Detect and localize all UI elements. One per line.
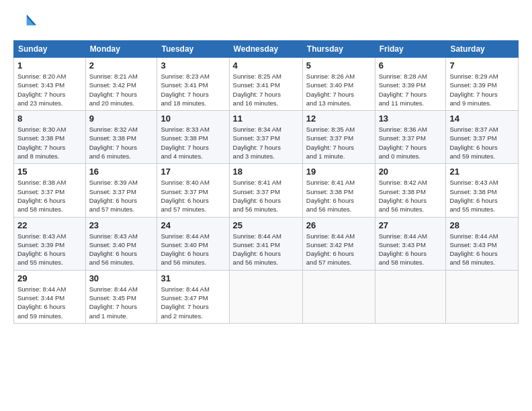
calendar-cell: 19Sunrise: 8:41 AM Sunset: 3:38 PM Dayli… [302, 164, 375, 217]
col-header-wednesday: Wednesday [229, 41, 302, 58]
day-number: 26 [306, 220, 371, 230]
day-info: Sunrise: 8:39 AM Sunset: 3:37 PM Dayligh… [89, 178, 154, 214]
day-info: Sunrise: 8:44 AM Sunset: 3:43 PM Dayligh… [379, 232, 443, 267]
header [13, 11, 519, 35]
day-number: 5 [306, 60, 371, 71]
header-row: SundayMondayTuesdayWednesdayThursdayFrid… [14, 41, 519, 58]
day-number: 22 [17, 220, 82, 230]
day-number: 20 [379, 167, 443, 177]
logo [13, 11, 40, 35]
calendar-cell: 17Sunrise: 8:40 AM Sunset: 3:37 PM Dayli… [157, 164, 229, 217]
day-number: 1 [17, 60, 82, 71]
calendar-cell: 29Sunrise: 8:44 AM Sunset: 3:44 PM Dayli… [14, 270, 86, 323]
day-info: Sunrise: 8:21 AM Sunset: 3:42 PM Dayligh… [89, 72, 154, 107]
day-number: 31 [161, 273, 225, 283]
day-info: Sunrise: 8:41 AM Sunset: 3:37 PM Dayligh… [233, 178, 299, 214]
day-number: 18 [233, 167, 299, 177]
day-info: Sunrise: 8:35 AM Sunset: 3:37 PM Dayligh… [306, 125, 371, 161]
calendar-cell: 15Sunrise: 8:38 AM Sunset: 3:37 PM Dayli… [14, 164, 86, 217]
day-info: Sunrise: 8:42 AM Sunset: 3:38 PM Dayligh… [379, 178, 443, 214]
calendar-cell: 12Sunrise: 8:35 AM Sunset: 3:37 PM Dayli… [302, 111, 375, 164]
col-header-thursday: Thursday [302, 41, 375, 58]
calendar-cell: 8Sunrise: 8:30 AM Sunset: 3:38 PM Daylig… [14, 111, 86, 164]
day-number: 27 [379, 220, 443, 230]
week-row-2: 8Sunrise: 8:30 AM Sunset: 3:38 PM Daylig… [14, 111, 519, 164]
day-info: Sunrise: 8:44 AM Sunset: 3:45 PM Dayligh… [89, 285, 154, 320]
calendar-cell: 5Sunrise: 8:26 AM Sunset: 3:40 PM Daylig… [302, 58, 375, 111]
day-info: Sunrise: 8:26 AM Sunset: 3:40 PM Dayligh… [306, 72, 371, 107]
day-number: 21 [449, 167, 515, 177]
day-info: Sunrise: 8:23 AM Sunset: 3:41 PM Dayligh… [161, 72, 225, 107]
day-number: 16 [89, 167, 154, 177]
calendar-cell [446, 270, 519, 323]
day-number: 12 [306, 113, 371, 124]
calendar-cell: 11Sunrise: 8:34 AM Sunset: 3:37 PM Dayli… [229, 111, 302, 164]
col-header-friday: Friday [375, 41, 446, 58]
day-number: 25 [233, 220, 299, 230]
calendar-cell: 23Sunrise: 8:43 AM Sunset: 3:40 PM Dayli… [85, 217, 157, 270]
logo-icon [13, 11, 38, 35]
day-info: Sunrise: 8:44 AM Sunset: 3:42 PM Dayligh… [306, 232, 371, 267]
calendar-cell: 20Sunrise: 8:42 AM Sunset: 3:38 PM Dayli… [375, 164, 446, 217]
day-number: 17 [161, 167, 225, 177]
calendar-cell: 25Sunrise: 8:44 AM Sunset: 3:41 PM Dayli… [229, 217, 302, 270]
calendar-cell: 24Sunrise: 8:44 AM Sunset: 3:40 PM Dayli… [157, 217, 229, 270]
day-info: Sunrise: 8:40 AM Sunset: 3:37 PM Dayligh… [161, 178, 225, 214]
day-info: Sunrise: 8:43 AM Sunset: 3:39 PM Dayligh… [17, 232, 82, 267]
day-number: 6 [379, 60, 443, 71]
col-header-monday: Monday [85, 41, 157, 58]
week-row-4: 22Sunrise: 8:43 AM Sunset: 3:39 PM Dayli… [14, 217, 519, 270]
day-info: Sunrise: 8:34 AM Sunset: 3:37 PM Dayligh… [233, 125, 299, 161]
calendar-cell: 2Sunrise: 8:21 AM Sunset: 3:42 PM Daylig… [85, 58, 157, 111]
day-info: Sunrise: 8:44 AM Sunset: 3:47 PM Dayligh… [161, 285, 225, 320]
page: SundayMondayTuesdayWednesdayThursdayFrid… [0, 0, 532, 411]
day-info: Sunrise: 8:41 AM Sunset: 3:38 PM Dayligh… [306, 178, 371, 214]
calendar-cell: 10Sunrise: 8:33 AM Sunset: 3:38 PM Dayli… [157, 111, 229, 164]
calendar-cell: 31Sunrise: 8:44 AM Sunset: 3:47 PM Dayli… [157, 270, 229, 323]
calendar-cell: 16Sunrise: 8:39 AM Sunset: 3:37 PM Dayli… [85, 164, 157, 217]
day-number: 9 [89, 113, 154, 124]
day-info: Sunrise: 8:36 AM Sunset: 3:37 PM Dayligh… [379, 125, 443, 161]
calendar-cell: 28Sunrise: 8:44 AM Sunset: 3:43 PM Dayli… [446, 217, 519, 270]
day-number: 23 [89, 220, 154, 230]
calendar-cell [375, 270, 446, 323]
day-info: Sunrise: 8:43 AM Sunset: 3:40 PM Dayligh… [89, 232, 154, 267]
calendar-cell: 13Sunrise: 8:36 AM Sunset: 3:37 PM Dayli… [375, 111, 446, 164]
day-number: 13 [379, 113, 443, 124]
day-info: Sunrise: 8:33 AM Sunset: 3:38 PM Dayligh… [161, 125, 225, 161]
day-number: 14 [449, 113, 515, 124]
day-number: 7 [449, 60, 515, 71]
week-row-3: 15Sunrise: 8:38 AM Sunset: 3:37 PM Dayli… [14, 164, 519, 217]
day-info: Sunrise: 8:32 AM Sunset: 3:38 PM Dayligh… [89, 125, 154, 161]
col-header-tuesday: Tuesday [157, 41, 229, 58]
day-number: 3 [161, 60, 225, 71]
calendar-cell: 26Sunrise: 8:44 AM Sunset: 3:42 PM Dayli… [302, 217, 375, 270]
calendar-cell: 9Sunrise: 8:32 AM Sunset: 3:38 PM Daylig… [85, 111, 157, 164]
calendar-table: SundayMondayTuesdayWednesdayThursdayFrid… [13, 40, 519, 324]
day-number: 4 [233, 60, 299, 71]
day-number: 24 [161, 220, 225, 230]
day-info: Sunrise: 8:38 AM Sunset: 3:37 PM Dayligh… [17, 178, 82, 214]
day-info: Sunrise: 8:43 AM Sunset: 3:38 PM Dayligh… [449, 178, 515, 214]
calendar-cell: 6Sunrise: 8:28 AM Sunset: 3:39 PM Daylig… [375, 58, 446, 111]
day-number: 28 [449, 220, 515, 230]
calendar-cell: 30Sunrise: 8:44 AM Sunset: 3:45 PM Dayli… [85, 270, 157, 323]
day-info: Sunrise: 8:37 AM Sunset: 3:37 PM Dayligh… [449, 125, 515, 161]
calendar-cell: 1Sunrise: 8:20 AM Sunset: 3:43 PM Daylig… [14, 58, 86, 111]
day-info: Sunrise: 8:29 AM Sunset: 3:39 PM Dayligh… [449, 72, 515, 107]
calendar-cell: 3Sunrise: 8:23 AM Sunset: 3:41 PM Daylig… [157, 58, 229, 111]
day-number: 11 [233, 113, 299, 124]
week-row-5: 29Sunrise: 8:44 AM Sunset: 3:44 PM Dayli… [14, 270, 519, 323]
day-info: Sunrise: 8:44 AM Sunset: 3:44 PM Dayligh… [17, 285, 82, 320]
day-info: Sunrise: 8:44 AM Sunset: 3:43 PM Dayligh… [449, 232, 515, 267]
day-number: 29 [17, 273, 82, 283]
day-number: 8 [17, 113, 82, 124]
week-row-1: 1Sunrise: 8:20 AM Sunset: 3:43 PM Daylig… [14, 58, 519, 111]
calendar-cell: 22Sunrise: 8:43 AM Sunset: 3:39 PM Dayli… [14, 217, 86, 270]
day-number: 2 [89, 60, 154, 71]
day-info: Sunrise: 8:28 AM Sunset: 3:39 PM Dayligh… [379, 72, 443, 107]
day-info: Sunrise: 8:30 AM Sunset: 3:38 PM Dayligh… [17, 125, 82, 161]
day-number: 15 [17, 167, 82, 177]
calendar-cell: 18Sunrise: 8:41 AM Sunset: 3:37 PM Dayli… [229, 164, 302, 217]
calendar-cell: 7Sunrise: 8:29 AM Sunset: 3:39 PM Daylig… [446, 58, 519, 111]
